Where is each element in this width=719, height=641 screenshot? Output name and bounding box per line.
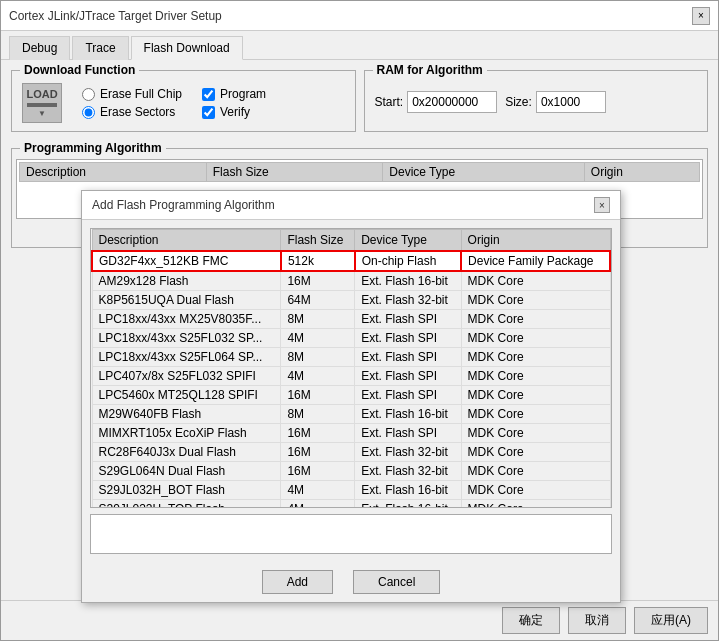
table-row[interactable]: LPC18xx/43xx MX25V8035F...8MExt. Flash S…: [92, 310, 610, 329]
ram-size-label: Size:: [505, 95, 532, 109]
erase-full-chip-option[interactable]: Erase Full Chip: [82, 87, 182, 101]
ram-size-input[interactable]: [536, 91, 606, 113]
main-window: Cortex JLink/JTrace Target Driver Setup …: [0, 0, 719, 641]
table-row[interactable]: GD32F4xx_512KB FMC512kOn-chip FlashDevic…: [92, 251, 610, 271]
verify-check-item[interactable]: Verify: [202, 105, 266, 119]
tab-flash-download[interactable]: Flash Download: [131, 36, 243, 60]
col-origin: Origin: [461, 230, 610, 252]
program-checkbox[interactable]: [202, 88, 215, 101]
ram-algorithm-group: RAM for Algorithm Start: Size:: [364, 70, 709, 132]
add-flash-dialog: Add Flash Programming Algorithm × Descri…: [81, 190, 621, 603]
close-button[interactable]: ×: [692, 7, 710, 25]
download-function-title: Download Function: [20, 63, 139, 77]
load-icon: LOAD ▼: [22, 83, 62, 123]
tab-trace[interactable]: Trace: [72, 36, 128, 60]
program-label: Program: [220, 87, 266, 101]
download-function-group: Download Function LOAD ▼ Erase Full Chip: [11, 70, 356, 132]
table-row[interactable]: S29JL032H_TOP Flash4MExt. Flash 16-bitMD…: [92, 500, 610, 509]
erase-sectors-label: Erase Sectors: [100, 105, 175, 119]
tab-bar: Debug Trace Flash Download: [1, 31, 718, 60]
verify-checkbox[interactable]: [202, 106, 215, 119]
tab-debug[interactable]: Debug: [9, 36, 70, 60]
dialog-close-button[interactable]: ×: [594, 197, 610, 213]
table-row[interactable]: M29W640FB Flash8MExt. Flash 16-bitMDK Co…: [92, 405, 610, 424]
title-bar-controls: ×: [692, 7, 710, 25]
table-row[interactable]: LPC5460x MT25QL128 SPIFI16MExt. Flash SP…: [92, 386, 610, 405]
flash-table-container[interactable]: Description Flash Size Device Type Origi…: [90, 228, 612, 508]
program-check-item[interactable]: Program: [202, 87, 266, 101]
prog-col-flash-size: Flash Size: [206, 163, 383, 182]
col-description: Description: [92, 230, 281, 252]
selected-path-textbox[interactable]: [90, 514, 612, 554]
table-row[interactable]: LPC407x/8x S25FL032 SPIFI4MExt. Flash SP…: [92, 367, 610, 386]
prog-col-origin: Origin: [584, 163, 699, 182]
prog-col-device-type: Device Type: [383, 163, 585, 182]
apply-button[interactable]: 应用(A): [634, 607, 708, 634]
window-title: Cortex JLink/JTrace Target Driver Setup: [9, 9, 222, 23]
add-button[interactable]: Add: [262, 570, 333, 594]
table-row[interactable]: K8P5615UQA Dual Flash64MExt. Flash 32-bi…: [92, 291, 610, 310]
flash-table: Description Flash Size Device Type Origi…: [91, 229, 611, 508]
table-row[interactable]: LPC18xx/43xx S25FL032 SP...4MExt. Flash …: [92, 329, 610, 348]
prog-col-description: Description: [20, 163, 207, 182]
dialog-buttons: Add Cancel: [82, 562, 620, 602]
erase-full-chip-label: Erase Full Chip: [100, 87, 182, 101]
table-row[interactable]: RC28F640J3x Dual Flash16MExt. Flash 32-b…: [92, 443, 610, 462]
cancel-button[interactable]: Cancel: [353, 570, 440, 594]
title-bar: Cortex JLink/JTrace Target Driver Setup …: [1, 1, 718, 31]
erase-full-chip-radio[interactable]: [82, 88, 95, 101]
verify-label: Verify: [220, 105, 250, 119]
bottom-bar: 确定 取消 应用(A): [1, 600, 718, 640]
ram-size-field: Size:: [505, 91, 606, 113]
ok-button[interactable]: 确定: [502, 607, 560, 634]
col-flash-size: Flash Size: [281, 230, 355, 252]
table-row[interactable]: S29JL032H_BOT Flash4MExt. Flash 16-bitMD…: [92, 481, 610, 500]
dialog-content: Description Flash Size Device Type Origi…: [82, 220, 620, 562]
erase-sectors-radio[interactable]: [82, 106, 95, 119]
dialog-title-bar: Add Flash Programming Algorithm ×: [82, 191, 620, 220]
table-row[interactable]: LPC18xx/43xx S25FL064 SP...8MExt. Flash …: [92, 348, 610, 367]
ram-start-input[interactable]: [407, 91, 497, 113]
erase-options: Erase Full Chip Erase Sectors: [82, 87, 182, 119]
bottom-cancel-button[interactable]: 取消: [568, 607, 626, 634]
ram-algorithm-title: RAM for Algorithm: [373, 63, 487, 77]
col-device-type: Device Type: [355, 230, 461, 252]
table-row[interactable]: MIMXRT105x EcoXiP Flash16MExt. Flash SPI…: [92, 424, 610, 443]
program-options: Program Verify: [202, 87, 266, 119]
table-row[interactable]: S29GL064N Dual Flash16MExt. Flash 32-bit…: [92, 462, 610, 481]
dialog-title-text: Add Flash Programming Algorithm: [92, 198, 275, 212]
programming-algorithm-title: Programming Algorithm: [20, 141, 166, 155]
erase-sectors-option[interactable]: Erase Sectors: [82, 105, 182, 119]
table-row[interactable]: AM29x128 Flash16MExt. Flash 16-bitMDK Co…: [92, 271, 610, 291]
ram-start-field: Start:: [375, 91, 498, 113]
ram-start-label: Start:: [375, 95, 404, 109]
main-content: Download Function LOAD ▼ Erase Full Chip: [1, 60, 718, 600]
